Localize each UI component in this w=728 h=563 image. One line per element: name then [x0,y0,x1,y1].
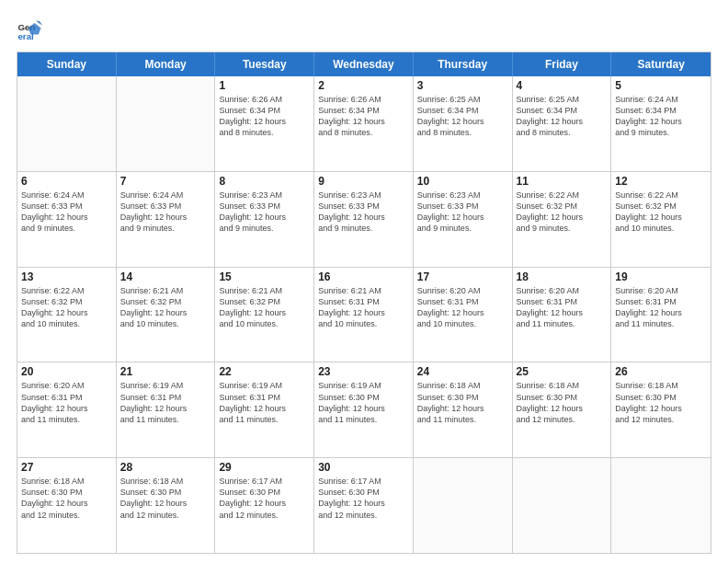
cell-line-6-0: Sunrise: 6:24 AM [21,190,112,201]
cell-line-17-3: and 10 minutes. [417,318,508,329]
cal-cell-16: 16Sunrise: 6:21 AMSunset: 6:31 PMDayligh… [314,268,414,362]
cell-line-10-1: Sunset: 6:33 PM [417,201,508,212]
cell-line-20-2: Daylight: 12 hours [21,403,112,414]
day-number-27: 27 [21,461,112,474]
cell-line-7-3: and 9 minutes. [120,223,211,234]
header-tuesday: Tuesday [215,52,314,76]
cell-line-30-1: Sunset: 6:30 PM [318,487,409,498]
day-number-7: 7 [120,175,211,188]
cell-line-27-1: Sunset: 6:30 PM [21,487,112,498]
cell-line-14-0: Sunrise: 6:21 AM [120,285,211,296]
cell-line-17-0: Sunrise: 6:20 AM [417,285,508,296]
cell-line-9-0: Sunrise: 6:23 AM [318,190,409,201]
cell-line-12-2: Daylight: 12 hours [615,212,707,223]
cal-cell-22: 22Sunrise: 6:19 AMSunset: 6:31 PMDayligh… [215,362,314,457]
day-number-9: 9 [318,175,409,188]
cell-line-6-1: Sunset: 6:33 PM [21,201,112,212]
cal-cell-9: 9Sunrise: 6:23 AMSunset: 6:33 PMDaylight… [314,172,414,267]
cell-line-3-2: Daylight: 12 hours [417,116,508,127]
cal-cell-25: 25Sunrise: 6:18 AMSunset: 6:30 PMDayligh… [513,362,612,457]
cell-line-20-3: and 11 minutes. [21,414,112,425]
cal-cell-24: 24Sunrise: 6:18 AMSunset: 6:30 PMDayligh… [414,362,513,457]
day-number-24: 24 [417,365,508,378]
cal-cell-5: 5Sunrise: 6:24 AMSunset: 6:34 PMDaylight… [611,76,711,171]
cal-cell-26: 26Sunrise: 6:18 AMSunset: 6:30 PMDayligh… [611,362,711,457]
cell-line-27-0: Sunrise: 6:18 AM [21,476,112,487]
cal-cell-4: 4Sunrise: 6:25 AMSunset: 6:34 PMDaylight… [513,76,612,171]
cal-cell-10: 10Sunrise: 6:23 AMSunset: 6:33 PMDayligh… [414,172,513,267]
header-monday: Monday [117,52,216,76]
cell-line-25-3: and 12 minutes. [517,414,608,425]
cal-cell-27: 27Sunrise: 6:18 AMSunset: 6:30 PMDayligh… [17,458,117,553]
day-number-1: 1 [219,79,310,92]
cell-line-6-2: Daylight: 12 hours [21,212,112,223]
cell-line-21-2: Daylight: 12 hours [120,403,211,414]
cell-line-9-2: Daylight: 12 hours [318,212,409,223]
cell-line-5-2: Daylight: 12 hours [615,116,707,127]
cell-line-2-0: Sunrise: 6:26 AM [318,94,409,105]
cell-line-15-0: Sunrise: 6:21 AM [219,285,310,296]
cell-line-1-1: Sunset: 6:34 PM [219,105,310,116]
cal-cell-empty-0-0 [17,76,117,171]
page: Gen eral SundayMondayTuesdayWednesdayThu… [0,0,728,563]
logo-icon: Gen eral [17,17,42,42]
cal-cell-empty-4-4 [414,458,513,553]
cell-line-16-0: Sunrise: 6:21 AM [318,285,409,296]
cell-line-30-2: Daylight: 12 hours [318,498,409,509]
cell-line-18-3: and 11 minutes. [517,318,608,329]
cell-line-25-2: Daylight: 12 hours [517,403,608,414]
calendar-header: SundayMondayTuesdayWednesdayThursdayFrid… [17,52,711,76]
cell-line-19-2: Daylight: 12 hours [615,307,707,318]
cell-line-11-0: Sunrise: 6:22 AM [517,190,608,201]
cell-line-15-1: Sunset: 6:32 PM [219,296,310,307]
cell-line-7-2: Daylight: 12 hours [120,212,211,223]
cell-line-30-3: and 12 minutes. [318,510,409,521]
cell-line-22-0: Sunrise: 6:19 AM [219,380,310,391]
cal-cell-3: 3Sunrise: 6:25 AMSunset: 6:34 PMDaylight… [414,76,513,171]
cell-line-10-3: and 9 minutes. [417,223,508,234]
cell-line-1-2: Daylight: 12 hours [219,116,310,127]
cell-line-9-3: and 9 minutes. [318,223,409,234]
day-number-4: 4 [517,79,608,92]
cell-line-5-3: and 9 minutes. [615,127,707,138]
cal-cell-6: 6Sunrise: 6:24 AMSunset: 6:33 PMDaylight… [17,172,117,267]
cal-cell-29: 29Sunrise: 6:17 AMSunset: 6:30 PMDayligh… [215,458,314,553]
day-number-13: 13 [21,270,112,283]
header: Gen eral [17,17,711,42]
cal-cell-13: 13Sunrise: 6:22 AMSunset: 6:32 PMDayligh… [17,268,117,362]
day-number-16: 16 [318,270,409,283]
cal-cell-1: 1Sunrise: 6:26 AMSunset: 6:34 PMDaylight… [215,76,314,171]
cell-line-4-3: and 8 minutes. [517,127,608,138]
cell-line-16-2: Daylight: 12 hours [318,307,409,318]
cell-line-18-2: Daylight: 12 hours [517,307,608,318]
cell-line-22-1: Sunset: 6:31 PM [219,392,310,403]
cell-line-13-2: Daylight: 12 hours [21,307,112,318]
cell-line-21-1: Sunset: 6:31 PM [120,392,211,403]
cal-cell-15: 15Sunrise: 6:21 AMSunset: 6:32 PMDayligh… [215,268,314,362]
cell-line-15-2: Daylight: 12 hours [219,307,310,318]
day-number-15: 15 [219,270,310,283]
cell-line-4-0: Sunrise: 6:25 AM [517,94,608,105]
cell-line-6-3: and 9 minutes. [21,223,112,234]
cell-line-8-2: Daylight: 12 hours [219,212,310,223]
cell-line-19-1: Sunset: 6:31 PM [615,296,707,307]
cal-cell-20: 20Sunrise: 6:20 AMSunset: 6:31 PMDayligh… [17,362,117,457]
day-number-8: 8 [219,175,310,188]
day-number-19: 19 [615,270,707,283]
cal-cell-17: 17Sunrise: 6:20 AMSunset: 6:31 PMDayligh… [414,268,513,362]
day-number-30: 30 [318,461,409,474]
cal-cell-28: 28Sunrise: 6:18 AMSunset: 6:30 PMDayligh… [117,458,216,553]
cell-line-28-0: Sunrise: 6:18 AM [120,476,211,487]
cell-line-16-3: and 10 minutes. [318,318,409,329]
day-number-3: 3 [417,79,508,92]
cell-line-24-0: Sunrise: 6:18 AM [417,380,508,391]
cell-line-23-0: Sunrise: 6:19 AM [318,380,409,391]
cell-line-23-3: and 11 minutes. [318,414,409,425]
cell-line-28-1: Sunset: 6:30 PM [120,487,211,498]
day-number-25: 25 [517,365,608,378]
cell-line-3-0: Sunrise: 6:25 AM [417,94,508,105]
day-number-11: 11 [517,175,608,188]
header-friday: Friday [513,52,612,76]
cell-line-9-1: Sunset: 6:33 PM [318,201,409,212]
cal-row-1: 6Sunrise: 6:24 AMSunset: 6:33 PMDaylight… [17,172,711,268]
